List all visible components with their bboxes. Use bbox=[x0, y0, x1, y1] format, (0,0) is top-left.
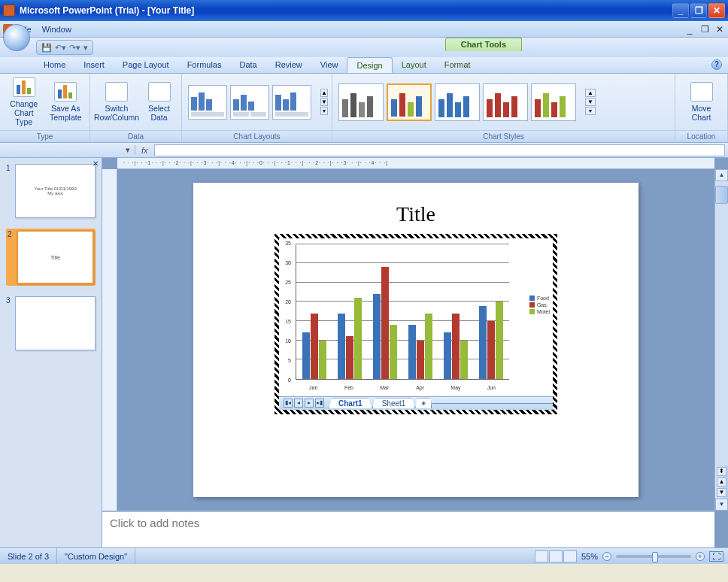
qat-customize-icon[interactable]: ▾ bbox=[83, 43, 88, 53]
chart-styles-gallery[interactable] bbox=[338, 83, 576, 121]
scroll-up-page-button[interactable]: ▲ bbox=[717, 477, 726, 487]
app-icon bbox=[3, 5, 15, 17]
change-chart-type-button[interactable]: Change Chart Type bbox=[6, 77, 42, 126]
group-location-label: Location bbox=[675, 130, 727, 142]
sheet-tab-sheet1[interactable]: Sheet1 bbox=[372, 398, 416, 408]
mdi-minimize-button[interactable]: _ bbox=[684, 24, 695, 35]
move-chart-button[interactable]: Move Chart bbox=[681, 82, 721, 122]
chart-type-icon bbox=[13, 77, 35, 97]
chart-tools-context-label: Chart Tools bbox=[445, 38, 522, 51]
chart-layout-1[interactable] bbox=[188, 85, 227, 120]
save-as-template-button[interactable]: Save As Template bbox=[48, 82, 84, 122]
tab-format[interactable]: Format bbox=[435, 57, 480, 73]
chart-style-4[interactable] bbox=[483, 83, 528, 121]
notes-pane[interactable]: Click to add notes bbox=[102, 511, 714, 547]
chart-layout-2[interactable] bbox=[230, 85, 269, 120]
slide-thumb-3[interactable]: 3 bbox=[6, 296, 96, 350]
select-data-icon bbox=[148, 82, 171, 102]
tab-page-layout[interactable]: Page Layout bbox=[114, 57, 178, 73]
horizontal-ruler: · · ·|· · ·1· · ·|· · ·2· · ·|· · ·3· · … bbox=[117, 158, 714, 169]
chart-style-1[interactable] bbox=[338, 83, 384, 121]
chart-style-2[interactable] bbox=[387, 83, 432, 121]
view-buttons[interactable] bbox=[535, 550, 577, 562]
tab-insert[interactable]: Insert bbox=[74, 57, 114, 73]
sheet-nav-buttons[interactable]: ▮◂◂▸▸▮ bbox=[284, 399, 324, 408]
zoom-out-button[interactable]: − bbox=[602, 552, 611, 561]
select-data-button[interactable]: Select Data bbox=[143, 82, 175, 122]
tab-data[interactable]: Data bbox=[230, 57, 265, 73]
normal-view-button[interactable] bbox=[535, 550, 548, 562]
chart-legend: FoodGasMotel bbox=[529, 296, 550, 316]
vertical-scrollbar[interactable]: ▲ ⬍ ▲ ▼ ▼ bbox=[714, 169, 728, 511]
office-button[interactable] bbox=[3, 24, 30, 51]
zoom-slider[interactable] bbox=[616, 555, 691, 558]
chart-layouts-spinner[interactable]: ▲▼▾ bbox=[320, 89, 328, 115]
slide-thumb-1[interactable]: 1 Your Title 01/01/1999My axis bbox=[6, 164, 96, 218]
minimize-button[interactable]: _ bbox=[672, 3, 689, 18]
mdi-restore-button[interactable]: ❐ bbox=[699, 24, 710, 35]
sorter-view-button[interactable] bbox=[549, 550, 563, 562]
chart-style-3[interactable] bbox=[435, 83, 480, 121]
scroll-down-button[interactable]: ▼ bbox=[715, 499, 728, 511]
chart-layout-3[interactable] bbox=[272, 85, 311, 120]
status-slide-number: Slide 2 of 3 bbox=[0, 548, 57, 564]
qat-undo-icon[interactable]: ↶▾ bbox=[55, 43, 66, 53]
qat-save-icon[interactable]: 💾 bbox=[41, 43, 52, 53]
switch-row-column-label: Switch Row/Column bbox=[94, 104, 139, 122]
zoom-level[interactable]: 55% bbox=[581, 552, 598, 561]
chart-plot-area[interactable]: 05101520253035 JanFebMarAprMayJun FoodGa… bbox=[279, 238, 553, 396]
mdi-close-button[interactable]: ✕ bbox=[714, 24, 725, 35]
group-type-label: Type bbox=[0, 130, 89, 142]
sheet-tab-chart1[interactable]: Chart1 bbox=[329, 398, 372, 408]
zoom-in-button[interactable]: + bbox=[696, 552, 705, 561]
window-title: Microsoft PowerPoint (Trial) - [Your Tit… bbox=[20, 5, 672, 16]
switch-row-column-button[interactable]: Switch Row/Column bbox=[96, 82, 137, 122]
slide-title[interactable]: Title bbox=[396, 202, 435, 226]
quick-access-toolbar[interactable]: 💾 ↶▾ ↷▾ ▾ bbox=[36, 40, 93, 55]
tab-home[interactable]: Home bbox=[35, 57, 74, 73]
group-layouts-label: Chart Layouts bbox=[182, 130, 332, 142]
close-button[interactable]: ✕ bbox=[708, 3, 725, 18]
scroll-up-button[interactable]: ▲ bbox=[715, 169, 728, 181]
tab-formulas[interactable]: Formulas bbox=[178, 57, 231, 73]
slide: Title 05101520253035 JanFebMarAprMayJun … bbox=[193, 183, 639, 497]
slide-thumb-2[interactable]: 2 Title bbox=[6, 229, 96, 286]
ribbon: Change Chart Type Save As Template Type … bbox=[0, 74, 728, 143]
sheet-tab-new[interactable]: ✶ bbox=[415, 398, 432, 408]
chart-styles-spinner[interactable]: ▲▼▾ bbox=[585, 89, 596, 115]
thumbnail-pane-close-icon[interactable]: ✕ bbox=[93, 159, 99, 168]
formula-input[interactable] bbox=[154, 144, 725, 156]
embedded-sheet-tabs: ▮◂◂▸▸▮ Chart1 Sheet1 ✶ bbox=[279, 396, 553, 410]
ribbon-tabs-row: Home Insert Page Layout Formulas Data Re… bbox=[0, 57, 728, 74]
status-theme: "Custom Design" bbox=[57, 548, 135, 564]
work-area: ✕ 1 Your Title 01/01/1999My axis 2 Title… bbox=[0, 158, 728, 547]
tab-design[interactable]: Design bbox=[347, 57, 392, 73]
chart-style-5[interactable] bbox=[531, 83, 576, 121]
group-styles-label: Chart Styles bbox=[332, 130, 675, 142]
editor-main: · · ·|· · ·1· · ·|· · ·2· · ·|· · ·3· · … bbox=[102, 158, 728, 547]
scroll-down-page-button[interactable]: ▼ bbox=[717, 488, 726, 497]
scrollbar-thumb[interactable] bbox=[715, 186, 728, 204]
chart-object[interactable]: 05101520253035 JanFebMarAprMayJun FoodGa… bbox=[275, 234, 557, 414]
ribbon-top-row: 💾 ↶▾ ↷▾ ▾ Chart Tools bbox=[0, 38, 728, 57]
menu-bar: File Window _ ❐ ✕ bbox=[0, 21, 728, 38]
tab-view[interactable]: View bbox=[311, 57, 347, 73]
zoom-control[interactable]: 55% − + ⛶ bbox=[581, 551, 723, 562]
slide-canvas[interactable]: Title 05101520253035 JanFebMarAprMayJun … bbox=[117, 169, 714, 511]
chart-layouts-gallery[interactable] bbox=[188, 85, 311, 120]
qat-redo-icon[interactable]: ↷▾ bbox=[69, 43, 80, 53]
name-box[interactable]: ▾ bbox=[0, 145, 135, 155]
slideshow-view-button[interactable] bbox=[563, 550, 577, 562]
fit-to-window-button[interactable]: ⛶ bbox=[709, 551, 723, 562]
fx-label[interactable]: fx bbox=[135, 146, 154, 155]
tab-review[interactable]: Review bbox=[266, 57, 311, 73]
formula-bar-row: ▾ fx bbox=[0, 143, 728, 158]
help-icon[interactable]: ? bbox=[711, 59, 722, 70]
menu-window[interactable]: Window bbox=[42, 25, 71, 34]
tab-layout[interactable]: Layout bbox=[393, 57, 435, 73]
scroll-prev-slide-button[interactable]: ⬍ bbox=[717, 467, 726, 476]
maximize-button[interactable]: ❐ bbox=[690, 3, 707, 18]
change-chart-type-label: Change Chart Type bbox=[6, 99, 42, 126]
save-as-template-label: Save As Template bbox=[48, 104, 84, 122]
notes-placeholder: Click to add notes bbox=[110, 517, 199, 529]
